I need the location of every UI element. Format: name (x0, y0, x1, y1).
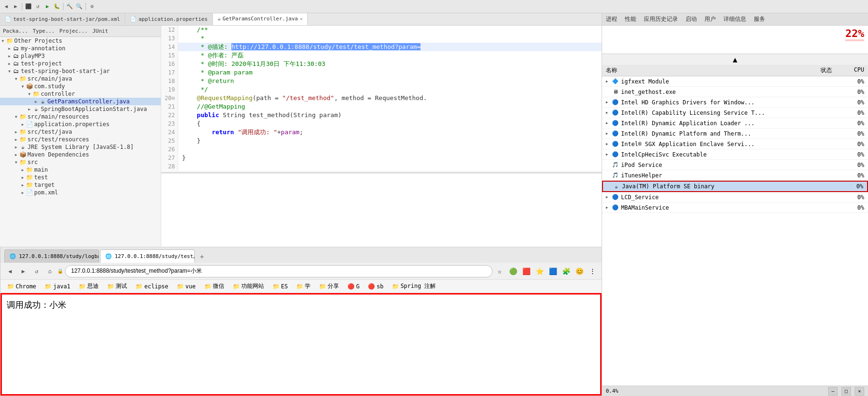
tree-item[interactable]: ▼🗂test-spring-boot-start-jar (0, 67, 161, 75)
tree-item[interactable]: ▶📁test (0, 174, 161, 181)
process-row[interactable]: ☕ Java(TM) Platform SE binary 0% (602, 181, 868, 192)
tree-item[interactable]: ▼📁src/main/resources (0, 113, 161, 120)
tm-tab-startup[interactable]: 启动 (685, 15, 697, 23)
code-line-23: 23 { (161, 120, 602, 128)
toolbar-back-icon[interactable]: ◀ (2, 2, 10, 11)
process-row[interactable]: ▶ 🔵 LCD_Service 0% (602, 192, 868, 203)
tm-tab-history[interactable]: 应用历史记录 (644, 15, 678, 23)
home-button[interactable]: ⌂ (44, 266, 55, 277)
tm-tab-users[interactable]: 用户 (704, 15, 716, 23)
bookmark-item[interactable]: 📁Chrome (4, 282, 39, 291)
tree-item[interactable]: ▶☕SpringBootApplicationStart.java (0, 105, 161, 113)
bookmark-item[interactable]: 📁功能网站 (230, 281, 267, 291)
tm-tab-process[interactable]: 进程 (606, 15, 617, 23)
tm-scroll-up[interactable]: ▲ (602, 54, 868, 65)
bookmark-star-icon[interactable]: ☆ (494, 266, 505, 276)
toolbar-build-icon[interactable]: 🔨 (65, 2, 74, 11)
forward-button[interactable]: ▶ (18, 266, 29, 277)
toolbar-stop-icon[interactable]: ⬛ (24, 2, 33, 11)
col-status-header[interactable]: 状态 (812, 66, 841, 74)
process-row[interactable]: ▶ 🔵 Intel(R) Dynamic Platform and Therm.… (602, 129, 868, 139)
tree-item[interactable]: ▼📁src/main/java (0, 75, 161, 83)
process-row[interactable]: ▶ 🔵 Intel(R) Dynamic Application Loader … (602, 118, 868, 129)
tree-item[interactable]: ▶📄pom.xml (0, 189, 161, 196)
col-cpu-header[interactable]: CPU (841, 66, 864, 74)
address-bar[interactable] (65, 265, 493, 277)
tree-item[interactable]: ▼📁controller (0, 90, 161, 98)
tab-pom-xml[interactable]: 📄 test-spring-boot-start-jar/pom.xml (0, 13, 125, 25)
tree-item[interactable]: ▶📁target (0, 181, 161, 189)
scrollbar-horizontal[interactable] (161, 172, 602, 174)
tree-tab-type[interactable]: Type... (33, 28, 55, 34)
col-name-header[interactable]: 名称 (606, 66, 812, 74)
process-row[interactable]: ▶ 🔵 Intel® SGX Application Enclave Servi… (602, 139, 868, 149)
extension-6-icon[interactable]: 😊 (574, 266, 585, 276)
tree-item[interactable]: ▶🗂test-project (0, 60, 161, 67)
bookmark-item[interactable]: 📁eclipse (133, 282, 171, 291)
extension-4-icon[interactable]: 🟦 (548, 266, 558, 276)
tree-item[interactable]: ▼📁Other Projects (0, 37, 161, 45)
tree-item[interactable]: ▶☕GetParamsController.java (0, 98, 161, 105)
process-row[interactable]: ▶ 🔵 Intel HD Graphics Drivers for Window… (602, 97, 868, 108)
process-row[interactable]: 🎵 iTunesHelper 0% (602, 170, 868, 181)
tree-tab-package[interactable]: Packa... (3, 28, 28, 34)
bookmark-item[interactable]: 🔴sb (365, 282, 386, 291)
process-row[interactable]: ▶ 🔵 MBAMainService 0% (602, 203, 868, 213)
tree-item[interactable]: ▶📁src/test/java (0, 128, 161, 136)
bookmark-item[interactable]: 📁vue (174, 282, 199, 291)
bookmark-item[interactable]: 📁测试 (104, 281, 130, 291)
process-cpu: 0% (841, 194, 864, 201)
process-row[interactable]: 🖥 inet_gethost.exe 0% (602, 87, 868, 97)
bookmark-item[interactable]: 🔴G (345, 282, 362, 291)
toolbar-refresh-icon[interactable]: ↺ (34, 2, 42, 11)
tab-application-properties[interactable]: 📄 application.properties (125, 13, 213, 25)
bookmark-item[interactable]: 📁分享 (316, 281, 342, 291)
toolbar-forward-icon[interactable]: ▶ (11, 2, 20, 11)
tree-item[interactable]: ▶🗂playMP3 (0, 52, 161, 60)
tree-tab-project[interactable]: Projec... (59, 28, 88, 34)
tab-close-button[interactable]: ✕ (300, 16, 302, 21)
tree-arrow-icon: ▶ (20, 183, 26, 187)
toolbar-settings-icon[interactable]: ⚙ (88, 2, 96, 11)
process-row[interactable]: ▶ 🔵 IntelCpHeciSvc Executable 0% (602, 149, 868, 160)
toolbar-search-icon[interactable]: 🔍 (75, 2, 83, 11)
extension-2-icon[interactable]: 🟥 (521, 266, 531, 276)
bookmark-item[interactable]: 📁学 (293, 281, 313, 291)
tree-item[interactable]: ▶📄application.properties (0, 120, 161, 128)
extension-5-icon[interactable]: 🧩 (561, 266, 571, 276)
extension-1-icon[interactable]: 🟢 (508, 266, 518, 276)
extension-3-icon[interactable]: ⭐ (534, 266, 545, 276)
tree-item[interactable]: ▼📦com.study (0, 83, 161, 90)
tm-close-btn[interactable]: ✕ (855, 387, 864, 396)
process-row[interactable]: 🎵 iPod Service 0% (602, 160, 868, 170)
back-button[interactable]: ◀ (4, 266, 16, 277)
process-row[interactable]: ▶ 🔵 Intel(R) Capability Licensing Servic… (602, 108, 868, 118)
browser-tab-2[interactable]: 🌐 127.0.0.1:8888/study/test/test ✕ (100, 249, 195, 263)
tm-tab-services[interactable]: 服务 (754, 15, 765, 23)
browser-tab-1[interactable]: 🌐 127.0.0.1:8888/study/logbacki ✕ (4, 249, 99, 263)
tree-item[interactable]: ▶☕JRE System Library [JavaSE-1.8] (0, 143, 161, 151)
bookmark-item[interactable]: 📁ES (270, 282, 291, 291)
tree-tab-junit[interactable]: JUnit (92, 28, 108, 34)
tree-item[interactable]: ▼📁src (0, 158, 161, 166)
browser-menu-icon[interactable]: ⋮ (587, 266, 598, 276)
tree-item[interactable]: ▶📁main (0, 166, 161, 174)
process-row[interactable]: ▶ 🔷 igfxext Module 0% (602, 76, 868, 87)
tm-minimize-btn[interactable]: — (828, 387, 838, 396)
tm-tab-details[interactable]: 详细信息 (723, 15, 746, 23)
new-tab-button[interactable]: + (196, 250, 208, 263)
bookmark-item[interactable]: 📁微信 (201, 281, 227, 291)
toolbar-run-icon[interactable]: ▶ (43, 2, 52, 11)
tm-process-list[interactable]: ▶ 🔷 igfxext Module 0% 🖥 inet_gethost.exe… (602, 76, 868, 386)
tree-item[interactable]: ▶🗂my-annotation (0, 45, 161, 52)
bookmark-item[interactable]: 📁思迪 (76, 281, 101, 291)
reload-button[interactable]: ↺ (31, 266, 42, 277)
tree-item[interactable]: ▶📦Maven Dependencies (0, 151, 161, 158)
bookmark-item[interactable]: 📁Spring 注解 (389, 281, 439, 291)
tm-maximize-btn[interactable]: □ (841, 387, 851, 396)
tm-tab-performance[interactable]: 性能 (625, 15, 636, 23)
toolbar-debug-icon[interactable]: 🐛 (53, 2, 61, 11)
bookmark-item[interactable]: 📁java1 (42, 282, 73, 291)
tree-item[interactable]: ▶📁src/test/resources (0, 136, 161, 143)
tab-get-params-controller[interactable]: ☕ GetParamsController.java ✕ (213, 13, 308, 25)
